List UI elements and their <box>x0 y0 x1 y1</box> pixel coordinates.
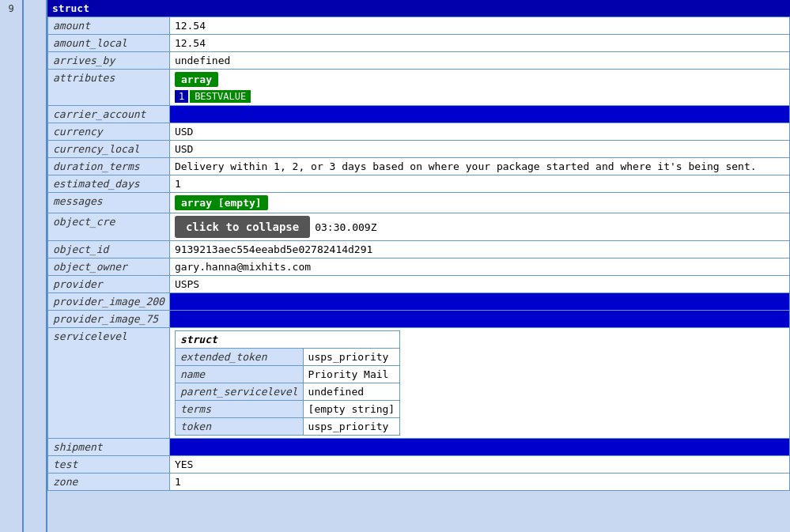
key-cell: messages <box>48 193 170 213</box>
value-cell: USPS <box>169 276 789 293</box>
array-badge: array <box>175 72 218 87</box>
sl-value: usps_priority <box>303 418 400 436</box>
key-cell: estimated_days <box>48 175 170 193</box>
value-cell: Delivery within 1, 2, or 3 days based on… <box>169 158 789 175</box>
key-cell: servicelevel <box>48 328 170 439</box>
key-cell: currency_local <box>48 141 170 158</box>
data-table: amount 12.54 amount_local 12.54 arrives_… <box>47 17 790 491</box>
servicelevel-struct-header: struct <box>175 331 399 349</box>
key-cell: amount_local <box>48 35 170 52</box>
sl-key: name <box>175 366 303 383</box>
sl-value: undefined <box>303 383 400 401</box>
sl-value: usps_priority <box>303 349 400 366</box>
table-row-provider-image-75: provider_image_75 <box>48 311 790 328</box>
value-cell: USD <box>169 123 789 141</box>
table-row: amount_local 12.54 <box>48 35 790 52</box>
object-created-value: 03:30.009Z <box>315 221 376 233</box>
value-cell: 1 <box>169 175 789 193</box>
key-cell: duration_terms <box>48 158 170 175</box>
left-gutter <box>24 0 47 532</box>
table-row-test: test YES <box>48 456 790 474</box>
table-row-provider: provider USPS <box>48 276 790 293</box>
sl-value: [empty string] <box>303 401 400 418</box>
value-cell: gary.hanna@mixhits.com <box>169 258 789 276</box>
table-row-zone: zone 1 <box>48 474 790 491</box>
main-content: struct amount 12.54 amount_local 12.54 a… <box>47 0 790 532</box>
value-cell: 12.54 <box>169 17 789 35</box>
value-cell: 12.54 <box>169 35 789 52</box>
value-cell: undefined <box>169 52 789 70</box>
table-row-estimated-days: estimated_days 1 <box>48 175 790 193</box>
table-row-object-owner: object_owner gary.hanna@mixhits.com <box>48 258 790 276</box>
sl-key: token <box>175 418 303 436</box>
key-cell: attributes <box>48 70 170 106</box>
table-row-provider-image-200: provider_image_200 <box>48 293 790 311</box>
table-row-servicelevel: servicelevel struct extended_token <box>48 328 790 439</box>
table-row: amount 12.54 <box>48 17 790 35</box>
key-cell: shipment <box>48 439 170 456</box>
value-cell-servicelevel: struct extended_token usps_priority name <box>169 328 789 439</box>
servicelevel-row-extended-token: extended_token usps_priority <box>175 349 399 366</box>
sl-key: terms <box>175 401 303 418</box>
key-cell: provider <box>48 276 170 293</box>
value-cell: 9139213aec554eeabd5e02782414d291 <box>169 241 789 258</box>
array-index: 1 <box>175 90 188 103</box>
key-cell: currency <box>48 123 170 141</box>
value-cell-blue <box>169 106 789 123</box>
key-cell: provider_image_75 <box>48 311 170 328</box>
table-row-currency: currency USD <box>48 123 790 141</box>
table-row-carrier-account: carrier_account <box>48 106 790 123</box>
outer-wrapper: 9 struct amount 12.54 amount_local 12.54… <box>0 0 790 532</box>
value-cell-object-created: click to collapse 03:30.009Z <box>169 213 789 241</box>
key-cell: provider_image_200 <box>48 293 170 311</box>
key-cell: carrier_account <box>48 106 170 123</box>
array-value: BESTVALUE <box>190 90 251 103</box>
servicelevel-row-token: token usps_priority <box>175 418 399 436</box>
table-row-messages: messages array [empty] <box>48 193 790 213</box>
table-row-currency-local: currency_local USD <box>48 141 790 158</box>
key-cell: arrives_by <box>48 52 170 70</box>
sl-value: Priority Mail <box>303 366 400 383</box>
row-number: 9 <box>0 0 24 532</box>
value-cell-messages: array [empty] <box>169 193 789 213</box>
sl-key: parent_servicelevel <box>175 383 303 401</box>
collapse-tooltip[interactable]: click to collapse <box>175 216 310 238</box>
servicelevel-row-parent: parent_servicelevel undefined <box>175 383 399 401</box>
array-empty-badge: array [empty] <box>175 195 268 210</box>
value-cell: 1 <box>169 474 789 491</box>
value-cell: USD <box>169 141 789 158</box>
servicelevel-row-terms: terms [empty string] <box>175 401 399 418</box>
key-cell: zone <box>48 474 170 491</box>
table-row: arrives_by undefined <box>48 52 790 70</box>
table-row-attributes: attributes array 1 BESTVALUE <box>48 70 790 106</box>
table-row-duration-terms: duration_terms Delivery within 1, 2, or … <box>48 158 790 175</box>
table-row-object-id: object_id 9139213aec554eeabd5e02782414d2… <box>48 241 790 258</box>
value-cell-blue <box>169 311 789 328</box>
key-cell: object_owner <box>48 258 170 276</box>
key-cell: object_id <box>48 241 170 258</box>
table-row-object-created: object_cre​ click to collapse 03:30.009Z <box>48 213 790 241</box>
value-cell-attributes: array 1 BESTVALUE <box>169 70 789 106</box>
value-cell-blue <box>169 439 789 456</box>
key-cell: object_cre​ <box>48 213 170 241</box>
key-cell: amount <box>48 17 170 35</box>
sl-key: extended_token <box>175 349 303 366</box>
servicelevel-table: struct extended_token usps_priority name <box>175 330 400 436</box>
value-cell: YES <box>169 456 789 474</box>
table-row-shipment: shipment <box>48 439 790 456</box>
servicelevel-row-name: name Priority Mail <box>175 366 399 383</box>
value-cell-blue <box>169 293 789 311</box>
struct-header: struct <box>47 0 790 17</box>
key-cell: test <box>48 456 170 474</box>
